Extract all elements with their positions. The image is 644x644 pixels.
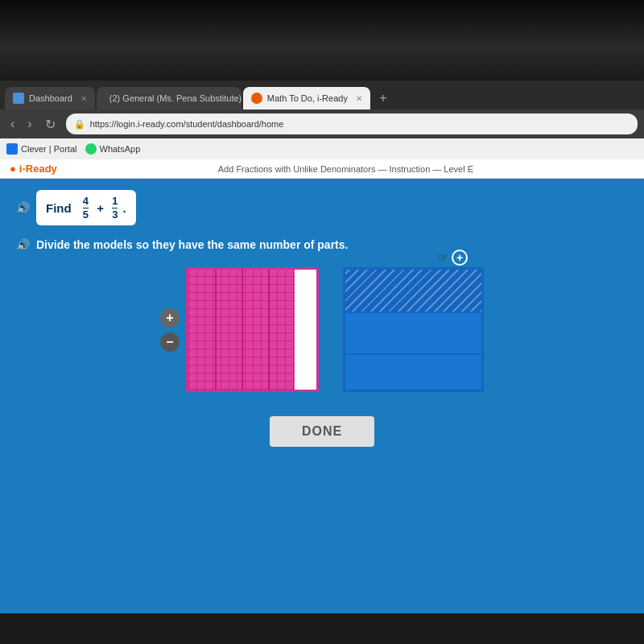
divider-2 bbox=[242, 270, 243, 390]
left-model-wrapper: + − bbox=[160, 267, 319, 392]
tab-mathready-label: Math To Do, i-Ready bbox=[267, 93, 348, 103]
instruction-audio-icon[interactable]: 🔊 bbox=[16, 238, 30, 251]
lock-icon: 🔒 bbox=[74, 119, 85, 130]
whatsapp-icon bbox=[85, 143, 97, 155]
fraction1-num: 4 bbox=[83, 195, 89, 208]
new-tab-button[interactable]: + bbox=[372, 87, 394, 109]
pink-dividers bbox=[188, 270, 295, 390]
browser-nav: ‹ › ↻ bbox=[6, 115, 60, 134]
tab-dashboard-icon bbox=[13, 93, 24, 104]
cursor-icon: ☞ bbox=[437, 250, 448, 266]
divider-1 bbox=[215, 270, 217, 390]
plus-top-area: ☞ + bbox=[437, 250, 468, 266]
tab-dashboard[interactable]: Dashboard ✕ bbox=[5, 87, 95, 109]
pink-fill bbox=[188, 270, 295, 390]
question-prompt: 🔊 Find 4 5 + 1 3 . bbox=[16, 190, 628, 225]
left-model-minus-button[interactable]: − bbox=[160, 332, 180, 352]
bookmark-clever[interactable]: Clever | Portal bbox=[6, 143, 77, 155]
bookmarks-bar: Clever | Portal WhatsApp bbox=[0, 138, 644, 159]
fraction1-den: 5 bbox=[83, 208, 89, 221]
bookmark-whatsapp-label: WhatsApp bbox=[100, 144, 141, 154]
left-model-controls: + − bbox=[160, 308, 180, 352]
tab-mathready[interactable]: Math To Do, i-Ready ✕ bbox=[243, 87, 370, 109]
fraction2-num: 1 bbox=[112, 195, 118, 208]
instruction-text: Divide the models so they have the same … bbox=[36, 238, 348, 251]
browser-chrome: Dashboard ✕ (2) General (Ms. Pena Substi… bbox=[0, 80, 644, 159]
divider-3 bbox=[268, 270, 270, 390]
blue-bottom-row bbox=[345, 353, 481, 390]
iready-logo-text: i-Ready bbox=[19, 163, 57, 175]
bookmark-whatsapp[interactable]: WhatsApp bbox=[85, 143, 141, 155]
tab-mathready-close[interactable]: ✕ bbox=[356, 94, 362, 103]
tab-dashboard-label: Dashboard bbox=[29, 93, 72, 103]
forward-button[interactable]: › bbox=[23, 115, 35, 133]
address-bar-row: ‹ › ↻ 🔒 https://login.i-ready.com/studen… bbox=[0, 109, 644, 138]
right-model-plus-button[interactable]: + bbox=[452, 250, 468, 266]
address-bar[interactable]: 🔒 https://login.i-ready.com/student/dash… bbox=[66, 114, 638, 134]
tab-mathready-icon bbox=[251, 93, 262, 104]
done-area: DONE bbox=[16, 392, 628, 447]
left-model-plus-button[interactable]: + bbox=[160, 308, 180, 328]
bookmark-clever-label: Clever | Portal bbox=[21, 144, 77, 154]
question-prefix: Find bbox=[46, 201, 72, 215]
tab-dashboard-close[interactable]: ✕ bbox=[80, 94, 87, 103]
fraction1: 4 5 bbox=[83, 195, 89, 221]
tab-bar: Dashboard ✕ (2) General (Ms. Pena Substi… bbox=[0, 80, 644, 109]
blue-middle-row bbox=[345, 312, 481, 353]
clever-icon bbox=[6, 143, 18, 155]
iready-subtitle: Add Fractions with Unlike Denominators —… bbox=[57, 164, 634, 174]
iready-header: ● i-Ready Add Fractions with Unlike Deno… bbox=[0, 159, 644, 179]
main-content: 🔊 Find 4 5 + 1 3 . 🔊 D bbox=[0, 179, 644, 613]
question-text: Find 4 5 + 1 3 . bbox=[36, 190, 136, 225]
iready-logo: ● i-Ready bbox=[10, 163, 57, 175]
refresh-button[interactable]: ↻ bbox=[41, 115, 60, 134]
tab-general[interactable]: (2) General (Ms. Pena Substitute) ✕ bbox=[97, 87, 242, 109]
fraction2: 1 3 bbox=[112, 195, 118, 221]
screen-bezel bbox=[0, 0, 644, 80]
left-model-box bbox=[186, 267, 319, 392]
models-area: + − ☞ + bbox=[16, 267, 628, 392]
done-button[interactable]: DONE bbox=[270, 416, 374, 447]
right-model-wrapper: ☞ + bbox=[343, 267, 484, 392]
address-text: https://login.i-ready.com/student/dashbo… bbox=[90, 119, 284, 129]
back-button[interactable]: ‹ bbox=[6, 115, 19, 133]
right-model-box bbox=[343, 267, 484, 392]
iready-app: ● i-Ready Add Fractions with Unlike Deno… bbox=[0, 159, 644, 613]
white-portion bbox=[295, 270, 316, 390]
fraction2-den: 3 bbox=[112, 208, 118, 221]
audio-icon[interactable]: 🔊 bbox=[16, 201, 30, 214]
blue-top-row bbox=[345, 270, 481, 312]
tab-general-label: (2) General (Ms. Pena Substitute) bbox=[109, 93, 242, 103]
instruction-row: 🔊 Divide the models so they have the sam… bbox=[16, 238, 628, 251]
